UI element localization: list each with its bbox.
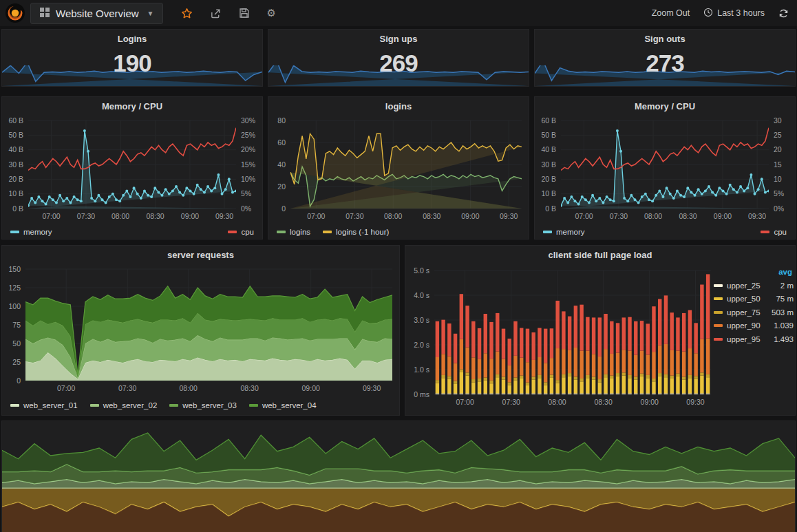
svg-text:3.0 s: 3.0 s — [414, 316, 429, 324]
svg-text:10 B: 10 B — [8, 189, 23, 198]
time-range-picker[interactable]: Last 3 hours — [703, 8, 765, 19]
panel-client-load: client side full page load 5.0 s4.0 s3.0… — [405, 245, 796, 416]
middle-row: server requests 150125100755025007:0007:… — [1, 245, 796, 416]
svg-text:07:00: 07:00 — [57, 384, 75, 392]
legend-swatch — [277, 231, 286, 233]
server-requests-chart[interactable]: 150125100755025007:0007:3008:0008:3009:0… — [2, 264, 399, 397]
logins-chart[interactable]: 80604020007:0007:3008:0008:3009:0009:30 — [268, 115, 529, 224]
navbar-right: Zoom Out Last 3 hours — [652, 8, 789, 19]
legend: web_server_01web_server_02web_server_03w… — [2, 397, 399, 414]
panel-title[interactable]: logins — [268, 97, 529, 115]
svg-text:20: 20 — [774, 145, 782, 153]
legend-item-web_server_04[interactable]: web_server_04 — [249, 401, 317, 409]
legend-item-memory[interactable]: memory — [543, 228, 585, 236]
svg-text:60: 60 — [277, 138, 286, 147]
panel-title[interactable]: Memory / CPU — [535, 97, 795, 115]
svg-text:15: 15 — [774, 160, 782, 169]
legend-swatch — [714, 324, 723, 327]
svg-text:20 B: 20 B — [8, 175, 23, 183]
legend-item-upper_75[interactable]: upper_75503 m — [714, 306, 794, 319]
panel-title[interactable]: Sign ups — [268, 30, 529, 47]
share-button[interactable] — [210, 8, 222, 19]
svg-text:08:00: 08:00 — [384, 212, 402, 220]
panel-signups-stat: Sign ups 269 — [268, 29, 529, 87]
legend-swatch — [323, 231, 332, 233]
legend-swatch — [543, 231, 552, 233]
legend-avg-value: 503 m — [772, 308, 794, 317]
legend-swatch — [10, 231, 19, 233]
svg-text:20%: 20% — [241, 145, 255, 153]
legend-item-upper_50[interactable]: upper_5075 m — [714, 292, 794, 306]
svg-text:09:30: 09:30 — [215, 212, 233, 220]
svg-text:100: 100 — [8, 302, 21, 310]
svg-text:0 ms: 0 ms — [414, 390, 429, 398]
gear-icon[interactable]: ⚙ — [267, 7, 276, 19]
svg-text:07:00: 07:00 — [42, 212, 60, 220]
svg-text:30 B: 30 B — [8, 160, 23, 169]
legend-item-cpu[interactable]: cpu — [228, 228, 254, 236]
stat-value-signups: 269 — [268, 51, 529, 75]
svg-text:07:00: 07:00 — [307, 212, 325, 220]
bottom-mirror-chart[interactable] — [2, 424, 795, 532]
legend-item-logins (-1 hour)[interactable]: logins (-1 hour) — [323, 228, 389, 236]
legend-label: upper_25 — [727, 281, 776, 290]
svg-text:10: 10 — [774, 175, 782, 183]
svg-text:50 B: 50 B — [541, 131, 556, 139]
panel-server-requests: server requests 150125100755025007:0007:… — [1, 245, 400, 416]
memory-cpu-chart[interactable]: 60 B30%50 B25%40 B20%30 B15%20 B10%10 B5… — [2, 115, 262, 224]
legend-swatch — [10, 404, 19, 407]
svg-text:1.0 s: 1.0 s — [414, 365, 429, 374]
legend-item-upper_90[interactable]: upper_901.039 — [714, 319, 794, 333]
legend-avg-value: 1.039 — [774, 321, 794, 330]
svg-text:60 B: 60 B — [541, 116, 556, 125]
chevron-down-icon: ▼ — [147, 10, 154, 17]
legend-label: memory — [556, 228, 585, 236]
legend-item-memory[interactable]: memory — [10, 228, 52, 236]
svg-text:0: 0 — [17, 376, 21, 385]
legend-item-cpu[interactable]: cpu — [761, 228, 787, 236]
client-load-body: 5.0 s4.0 s3.0 s2.0 s1.0 s0 ms07:0007:300… — [405, 264, 795, 416]
legend-rows: upper_252 mupper_5075 mupper_75503 muppe… — [714, 279, 794, 346]
panel-title[interactable]: Sign outs — [535, 30, 795, 47]
legend: memorycpu — [535, 224, 795, 240]
legend-label: cpu — [774, 228, 787, 236]
panel-title[interactable]: Memory / CPU — [2, 97, 262, 115]
zoom-out-button[interactable]: Zoom Out — [652, 8, 690, 18]
svg-text:08:30: 08:30 — [241, 384, 259, 392]
legend-item-web_server_01[interactable]: web_server_01 — [10, 401, 78, 409]
svg-text:0%: 0% — [774, 204, 784, 213]
panel-title[interactable]: server requests — [2, 246, 399, 264]
legend-item-upper_25[interactable]: upper_252 m — [714, 279, 794, 292]
dashboard-title: Website Overview — [56, 8, 139, 19]
svg-text:09:00: 09:00 — [302, 384, 320, 392]
legend-avg-header[interactable]: avg — [714, 266, 794, 279]
refresh-button[interactable] — [778, 8, 789, 19]
legend-swatch — [714, 338, 723, 341]
svg-text:08:30: 08:30 — [423, 212, 440, 220]
svg-text:4.0 s: 4.0 s — [414, 291, 429, 299]
legend-swatch — [90, 404, 99, 407]
legend-avg-value: 75 m — [776, 295, 794, 303]
legend-item-upper_95[interactable]: upper_951.493 — [714, 332, 794, 346]
client-load-chart[interactable]: 5.0 s4.0 s3.0 s2.0 s1.0 s0 ms07:0007:300… — [405, 264, 714, 411]
svg-text:15%: 15% — [241, 160, 255, 169]
panel-title[interactable]: client side full page load — [405, 246, 795, 264]
stat-value-logins: 190 — [2, 51, 262, 75]
legend-avg-value: 1.493 — [774, 335, 794, 343]
legend-item-logins[interactable]: logins — [277, 228, 310, 236]
panel-signouts-stat: Sign outs 273 — [534, 29, 796, 87]
svg-text:25: 25 — [12, 358, 21, 366]
legend-item-web_server_02[interactable]: web_server_02 — [90, 401, 158, 409]
grafana-logo[interactable] — [6, 3, 25, 23]
star-button[interactable] — [181, 8, 193, 19]
save-button[interactable] — [239, 8, 250, 19]
dashboard-picker[interactable]: Website Overview ▼ — [30, 3, 163, 24]
legend-label: web_server_02 — [103, 401, 158, 409]
legend-swatch — [228, 231, 237, 233]
panel-memory-cpu-1: Memory / CPU 60 B30%50 B25%40 B20%30 B15… — [1, 96, 263, 240]
client-legend: avg upper_252 mupper_5075 mupper_75503 m… — [714, 264, 795, 416]
legend-label: memory — [23, 228, 52, 236]
legend-item-web_server_03[interactable]: web_server_03 — [169, 401, 237, 409]
panel-title[interactable]: Logins — [2, 30, 262, 47]
memory-cpu-chart-2[interactable]: 60 B3050 B2540 B2030 B1520 B1010 B5%0 B0… — [535, 115, 795, 224]
